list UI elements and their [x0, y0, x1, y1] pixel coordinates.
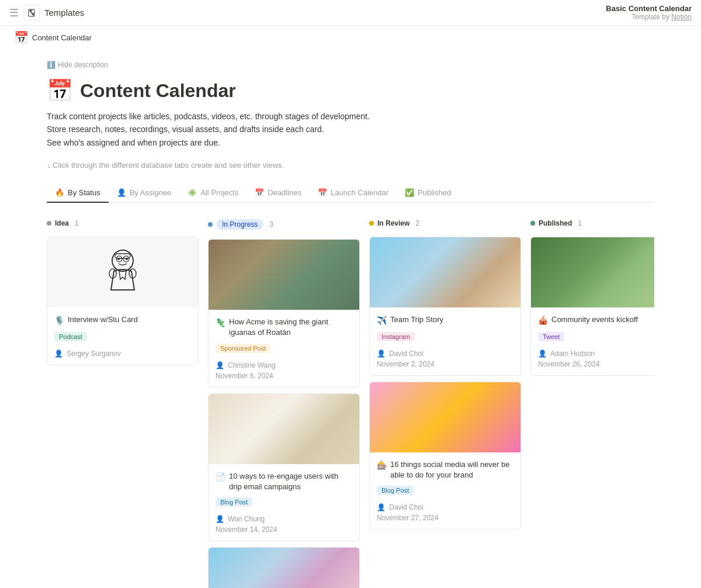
tab-by-assignee-label: By Assignee	[130, 188, 172, 197]
column-label-published: Published	[539, 219, 572, 227]
card-team-trip[interactable]: ✈️ Team Trip Story Instagram 👤 David Cho…	[369, 237, 521, 376]
person-icon-adam: 👤	[538, 350, 547, 358]
page-header: 📅 Content Calendar	[47, 78, 654, 103]
assignee-won: Won Chung	[228, 515, 265, 523]
person-icon-christine: 👤	[216, 361, 224, 369]
tab-by-assignee[interactable]: 👤 By Assignee	[109, 184, 180, 203]
assignee-david-choi-2: David Choi	[389, 503, 424, 511]
tab-published-label: Published	[418, 188, 451, 197]
card-title-text-interview: Interview w/Stu Card	[68, 314, 138, 325]
column-header-idea: Idea 1	[47, 217, 199, 230]
card-meta-team-trip: 👤 David Choi	[377, 350, 513, 358]
person-icon-david-choi-2: 👤	[377, 503, 386, 511]
card-body-drip: 📄 10 ways to re-engage users with drip e…	[209, 464, 359, 541]
dot-published	[530, 221, 535, 226]
page-emoji: 📅	[47, 78, 73, 103]
column-count-idea: 1	[75, 219, 79, 227]
card-meta-drip: 👤 Won Chung	[216, 515, 352, 523]
tag-podcast: Podcast	[54, 332, 87, 341]
tag-blog-social: Blog Post	[377, 486, 414, 495]
page-description: Track content projects like articles, po…	[47, 110, 654, 149]
column-in-review: In Review 2 ✈️ Team Trip Story Instagram…	[369, 217, 521, 535]
card-social-media[interactable]: 🎰 16 things social media will never be a…	[369, 382, 521, 530]
festival-icon: 🎪	[538, 315, 548, 327]
card-drip-email[interactable]: 📄 10 ways to re-engage users with drip e…	[208, 393, 360, 541]
card-title-social: 🎰 16 things social media will never be a…	[377, 459, 513, 480]
nav-title: Templates	[44, 8, 84, 18]
airplane-icon: ✈️	[377, 315, 387, 327]
tag-tweet: Tweet	[538, 332, 564, 341]
stu-card-illustration	[93, 243, 152, 302]
tab-published[interactable]: ✅ Published	[397, 184, 459, 203]
column-count-in-review: 2	[415, 219, 419, 227]
desc-line3: See who's assigned and when projects are…	[47, 136, 654, 149]
column-in-progress: In Progress 3 🦎 How Acme is saving the g…	[208, 217, 360, 588]
info-icon: ℹ️	[47, 61, 55, 69]
column-published: Published 1 🎪 Community events kickoff T…	[530, 217, 654, 382]
card-body-community: 🎪 Community events kickoff Tweet 👤 Adam …	[531, 307, 654, 375]
column-label-idea: Idea	[55, 219, 69, 227]
tab-deadlines-icon: 📅	[255, 188, 264, 197]
column-header-in-progress: In Progress 3	[208, 217, 360, 232]
assignee-christine: Christine Wang	[228, 361, 276, 369]
tab-launch-calendar-label: Launch Calendar	[331, 188, 388, 197]
card-body-social: 🎰 16 things social media will never be a…	[370, 452, 520, 529]
column-header-published: Published 1	[530, 217, 654, 230]
breadcrumb-label: Content Calendar	[32, 33, 92, 42]
card-title-interview: 🎙️ Interview w/Stu Card	[54, 314, 191, 327]
card-meta-interview: 👤 Sergey Surganov	[54, 350, 191, 358]
tab-by-assignee-icon: 👤	[117, 188, 126, 197]
card-date-social: November 27, 2024	[377, 514, 513, 522]
dot-in-progress	[208, 222, 213, 227]
card-lightbulb-partial[interactable]	[208, 547, 360, 588]
tab-all-projects-label: All Projects	[200, 188, 238, 197]
breadcrumb: 📅 Content Calendar	[0, 26, 701, 49]
doc-icon: 📄	[216, 472, 225, 483]
tab-launch-calendar[interactable]: 📅 Launch Calendar	[310, 184, 397, 203]
card-community-events[interactable]: 🎪 Community events kickoff Tweet 👤 Adam …	[530, 237, 654, 376]
iguana-icon: 🦎	[216, 317, 225, 329]
card-interview-stu[interactable]: 🎙️ Interview w/Stu Card Podcast 👤 Sergey…	[47, 237, 199, 365]
page-content: ℹ️ Hide description 📅 Content Calendar T…	[0, 49, 701, 588]
card-title-team-trip: ✈️ Team Trip Story	[377, 314, 513, 327]
notion-link[interactable]: Notion	[671, 13, 692, 21]
top-nav-left: ☰ Templates	[9, 5, 84, 21]
card-title-text-social: 16 things social media will never be abl…	[390, 459, 513, 480]
dot-in-review	[369, 221, 374, 226]
slots-icon: 🎰	[377, 460, 387, 472]
card-meta-community: 👤 Adam Hudson	[538, 350, 654, 358]
card-meta-acme: 👤 Christine Wang	[216, 361, 352, 369]
column-label-in-review: In Review	[377, 219, 410, 227]
card-image-building	[370, 237, 520, 307]
template-by: Template by Notion	[606, 13, 692, 21]
assignee-david-choi-1: David Choi	[389, 350, 424, 358]
hamburger-icon[interactable]: ☰	[9, 6, 19, 19]
breadcrumb-icon: 📅	[14, 30, 29, 44]
card-meta-social: 👤 David Choi	[377, 503, 513, 511]
card-title-text-drip: 10 ways to re-engage users with drip ema…	[229, 471, 352, 492]
page-title: Content Calendar	[80, 80, 236, 102]
card-acme-iguanas[interactable]: 🦎 How Acme is saving the giant iguanas o…	[208, 239, 360, 387]
top-nav-right: Basic Content Calendar Template by Notio…	[606, 4, 692, 21]
desc-line1: Track content projects like articles, po…	[47, 110, 654, 123]
column-count-published: 1	[578, 219, 582, 227]
tab-by-status-icon: 🔥	[55, 188, 64, 197]
card-title-text-team-trip: Team Trip Story	[390, 314, 443, 325]
tab-all-projects[interactable]: ✳️ All Projects	[179, 184, 247, 203]
tab-launch-calendar-icon: 📅	[318, 188, 327, 197]
card-title-drip: 📄 10 ways to re-engage users with drip e…	[216, 471, 352, 492]
card-image-iguana	[209, 240, 359, 310]
tab-all-projects-icon: ✳️	[188, 188, 197, 197]
kanban-board: Idea 1	[47, 217, 654, 588]
notion-logo[interactable]	[23, 5, 40, 21]
tab-deadlines[interactable]: 📅 Deadlines	[247, 184, 310, 203]
tab-by-status[interactable]: 🔥 By Status	[47, 184, 109, 203]
column-idea: Idea 1	[47, 217, 199, 371]
assignee-sergey: Sergey Surganov	[67, 350, 121, 358]
column-count-in-progress: 3	[269, 220, 273, 229]
top-nav: ☰ Templates Basic Content Calendar Templ…	[0, 0, 701, 26]
dot-idea	[47, 221, 51, 226]
card-date-drip: November 14, 2024	[216, 525, 352, 534]
hide-description-button[interactable]: ℹ️ Hide description	[47, 61, 654, 69]
tabs: 🔥 By Status 👤 By Assignee ✳️ All Project…	[47, 184, 654, 203]
